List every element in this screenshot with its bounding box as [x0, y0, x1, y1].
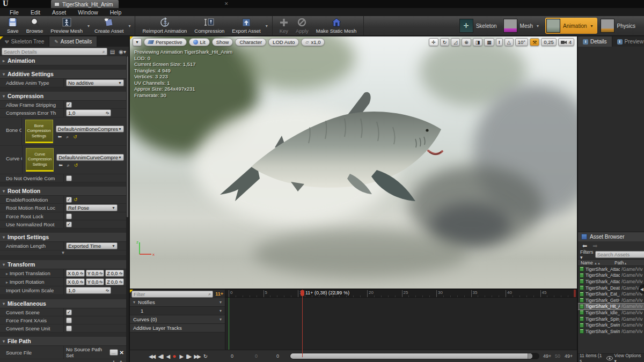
collapsed-arrow-icon[interactable]: ▸ — [6, 271, 8, 276]
scale-snap-value-button[interactable]: 0,25 — [541, 38, 557, 46]
additive-anim-type-dropdown[interactable]: No additive▼ — [66, 79, 124, 86]
reset-to-default-icon[interactable]: ↺ — [74, 162, 78, 168]
spinner-icon[interactable]: ⇄ — [99, 271, 104, 276]
mode-skeleton-button[interactable]: Skeleton — [458, 18, 500, 34]
visibility-options-icon[interactable]: ◉▾ — [118, 49, 127, 55]
spinner-icon[interactable]: ⇄ — [105, 110, 110, 116]
perspective-button[interactable]: Perspective — [144, 38, 187, 46]
asset-row[interactable]: TigerShark_Spin_A /Game/Viv — [578, 316, 644, 322]
column-name[interactable]: Name ▲▲ — [578, 260, 614, 265]
grid-size-button[interactable]: ! — [496, 38, 503, 46]
bone-compression-dropdown[interactable]: DefaultAnimBoneCompres▼ — [56, 125, 124, 132]
create-asset-button[interactable]: Create Asset — [91, 16, 127, 35]
asset-row[interactable]: TigerShark_Attack_ /Game/Viv — [578, 272, 644, 279]
browse-file-button[interactable]: … — [109, 349, 118, 356]
menu-item[interactable]: Window — [72, 9, 103, 16]
apply-button[interactable]: Apply — [292, 16, 312, 35]
list-view-icon[interactable]: ▤ — [109, 49, 116, 55]
transport-button[interactable]: ◀ — [166, 353, 169, 359]
lod-auto-button[interactable]: LOD Auto — [268, 38, 299, 46]
curves-track-header[interactable]: Curves (0) ▾ — [130, 315, 225, 324]
asset-row[interactable]: TigerShark_Attack_ /Game/Viv — [578, 278, 644, 285]
transport-button[interactable]: ◀▮ — [158, 353, 163, 359]
translation-y-field[interactable]: Y0,0⇄ — [86, 270, 105, 277]
force-root-lock-checkbox[interactable]: ✓ — [66, 213, 72, 219]
export-asset-button[interactable]: Export Asset — [228, 16, 264, 35]
viewport-options-button[interactable]: ▼ — [133, 38, 142, 46]
collapsed-arrow-icon[interactable]: ▸ — [6, 280, 8, 285]
asset-search-box[interactable]: ⌕ — [595, 251, 644, 258]
tab-details[interactable]: i Details — [578, 36, 612, 47]
translation-z-field[interactable]: Z0,0⇄ — [105, 270, 124, 277]
allow-frame-stripping-checkbox[interactable]: ✓ — [66, 102, 72, 108]
animation-caret-icon[interactable]: ▾ — [590, 24, 594, 28]
mode-physics-button[interactable]: Physics — [599, 18, 639, 34]
reimport-animation-button[interactable]: Reimport Animation — [138, 16, 191, 35]
tab-asset-details[interactable]: ✎ Asset Details — [49, 36, 97, 47]
notify-track-1[interactable]: 1 ▾ — [130, 307, 225, 315]
animation-length-dropdown[interactable]: Exported Time▼ — [66, 242, 118, 249]
convert-scene-unit-checkbox[interactable]: ✓ — [66, 326, 72, 331]
reset-to-default-icon[interactable]: ↺ — [73, 134, 77, 139]
menu-item[interactable]: Edit — [25, 9, 46, 16]
asset-browser-tab[interactable]: Asset Browser — [578, 232, 644, 241]
transport-button[interactable]: ▮▶ — [186, 353, 191, 359]
details-search-input[interactable] — [4, 49, 103, 55]
save-button[interactable]: Save — [3, 16, 23, 35]
force-front-xaxis-checkbox[interactable]: ✓ — [66, 317, 72, 323]
scrollbar-thumb[interactable] — [127, 56, 128, 217]
timeline-ruler[interactable]: 11+ (0,38) (22,99 %) 051015202530354045 — [225, 290, 577, 298]
uniform-scale-field[interactable]: 1,0⇄ — [66, 287, 111, 294]
playhead-knob[interactable] — [301, 290, 304, 296]
use-selected-asset-icon[interactable]: ⬅ — [58, 162, 63, 168]
spinner-icon[interactable]: ⇄ — [118, 279, 123, 285]
export-asset-caret-icon[interactable]: ▾ — [265, 24, 269, 28]
mode-animation-button[interactable]: Animation ▾ — [545, 18, 597, 34]
advanced-expander[interactable]: ▼ — [0, 250, 126, 256]
transport-button[interactable]: ◀◀ — [149, 353, 155, 359]
scale-snap-toggle-button[interactable]: ⚒ — [530, 38, 539, 46]
view-options-button[interactable]: View Options ▾ — [614, 353, 642, 362]
asset-row[interactable]: TigerShark_Swim_ /Game/Viv — [578, 328, 644, 335]
create-asset-caret-icon[interactable]: ▾ — [127, 24, 131, 28]
spinner-icon[interactable]: ⇄ — [79, 271, 84, 276]
move-tool-button[interactable]: ✛ — [429, 38, 438, 46]
browse-to-asset-icon[interactable]: ⌕ — [66, 134, 69, 140]
category-transform[interactable]: ▾Transform — [0, 260, 126, 269]
rotation-x-field[interactable]: X0,0⇄ — [66, 278, 85, 285]
use-selected-asset-icon[interactable]: ⬅ — [58, 134, 62, 139]
transport-button[interactable]: ↻ — [203, 353, 207, 359]
category-compression[interactable]: ▾Compression — [0, 92, 126, 101]
category-additive-settings[interactable]: ▾Additive Settings — [0, 70, 126, 79]
lit-mode-button[interactable]: Lit — [189, 38, 210, 46]
asset-row[interactable]: TigerShark_Idle_Ar /Game/Viv — [578, 309, 644, 316]
arrow-up-icon[interactable]: ⬆ — [119, 360, 123, 362]
transport-button[interactable]: ▶ — [179, 353, 182, 359]
spinner-icon[interactable]: ⇄ — [79, 279, 84, 285]
menu-item[interactable]: File — [4, 9, 24, 16]
asset-row[interactable]: TigerShark_Eat_An /Game/Viv — [578, 291, 644, 297]
rotation-snap-value-button[interactable]: 10° — [515, 38, 528, 46]
arrow-down-icon[interactable]: ⬇ — [112, 360, 116, 362]
surface-snap-button[interactable]: ◨ — [473, 38, 483, 46]
make-static-mesh-button[interactable]: Make Static Mesh — [312, 16, 361, 35]
show-menu-button[interactable]: Show — [212, 38, 233, 46]
do-not-override-checkbox[interactable]: ✓ — [66, 175, 72, 181]
camera-speed-button[interactable]: 4 — [558, 38, 574, 46]
left-panel-scrollbar[interactable] — [126, 56, 129, 362]
tiger-shark-model[interactable] — [210, 87, 457, 203]
playback-speed-button[interactable]: ▱x1,0 — [301, 38, 325, 46]
preview-mesh-caret-icon[interactable]: ▾ — [86, 24, 91, 28]
column-path[interactable]: Path▲ — [614, 260, 644, 265]
grid-snap-button[interactable]: ▦ — [484, 38, 494, 46]
category-animation[interactable]: ▸Animation — [0, 56, 126, 65]
category-root-motion[interactable]: ▾Root Motion — [0, 187, 126, 196]
track-filter-input[interactable] — [134, 291, 208, 297]
asset-search-input[interactable] — [597, 252, 644, 257]
track-options-caret-icon[interactable]: ▾ — [219, 308, 222, 313]
tab-skeleton-tree[interactable]: Ψ Skeleton Tree — [0, 36, 49, 47]
scrollbar-fill[interactable] — [290, 353, 532, 359]
bone-compression-thumbnail[interactable]: Bone Compression Settings — [25, 120, 53, 143]
rotation-z-field[interactable]: Z0,0⇄ — [105, 278, 124, 285]
asset-row[interactable]: TigerShark_Attack_ /Game/Viv — [578, 266, 644, 272]
